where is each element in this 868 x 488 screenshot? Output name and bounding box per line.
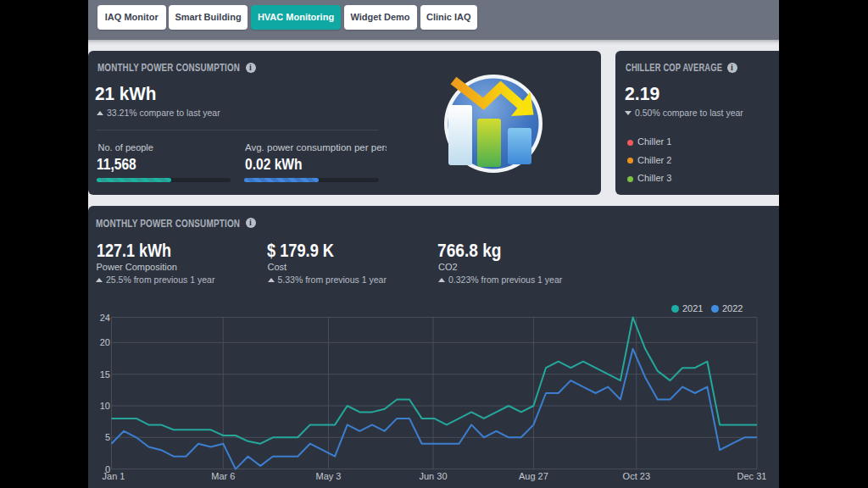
svg-text:May 3: May 3	[316, 471, 342, 481]
svg-text:10: 10	[100, 401, 110, 411]
svg-text:24: 24	[100, 313, 110, 323]
svg-text:Oct 23: Oct 23	[623, 471, 650, 481]
svg-text:Jan 1: Jan 1	[103, 471, 125, 481]
svg-text:5: 5	[105, 432, 110, 442]
svg-text:Dec 31: Dec 31	[737, 471, 767, 481]
svg-text:20: 20	[100, 337, 110, 347]
svg-text:Jun 30: Jun 30	[419, 471, 447, 481]
svg-text:15: 15	[100, 369, 110, 380]
svg-text:Mar 6: Mar 6	[211, 471, 235, 481]
svg-text:Aug 27: Aug 27	[519, 471, 548, 481]
